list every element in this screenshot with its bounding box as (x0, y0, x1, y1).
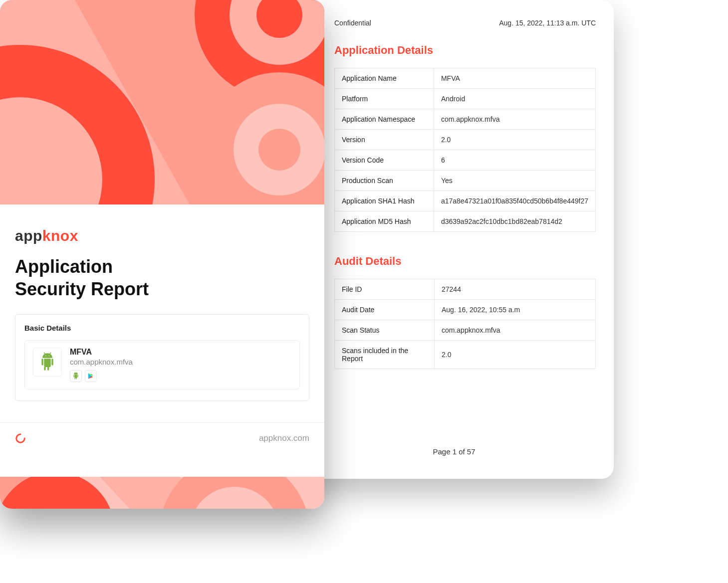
table-row: PlatformAndroid (335, 89, 596, 109)
confidential-label: Confidential (334, 19, 371, 27)
play-store-icon (87, 373, 94, 380)
app-platform-icon-box (33, 348, 62, 377)
app-name: MFVA (70, 348, 133, 357)
table-row: Scans included in the Report2.0 (335, 341, 596, 369)
android-icon (37, 352, 57, 372)
table-row: Application NameMFVA (335, 68, 596, 89)
table-row: File ID27244 (335, 279, 596, 300)
cover-hero-graphic (0, 0, 324, 204)
detail-value: 6 (434, 150, 595, 171)
page-header: Confidential Aug. 15, 2022, 11:13 a.m. U… (334, 19, 596, 27)
detail-label: Production Scan (335, 171, 434, 191)
application-details-heading: Application Details (334, 44, 596, 57)
detail-label: Version (335, 130, 434, 150)
play-store-badge (85, 370, 97, 382)
cover-footer: appknox.com (0, 422, 324, 444)
report-details-page: Confidential Aug. 15, 2022, 11:13 a.m. U… (294, 0, 614, 479)
detail-value: a17a8e47321a01f0a835f40cd50b6b4f8e449f27 (434, 191, 595, 211)
table-row: Version Code6 (335, 150, 596, 171)
detail-label: Audit Date (335, 300, 435, 320)
report-title-line2: Security Report (15, 279, 149, 299)
detail-label: Application SHA1 Hash (335, 191, 434, 211)
detail-value: MFVA (434, 68, 595, 89)
page-indicator: Page 1 of 57 (294, 447, 614, 456)
table-row: Version2.0 (335, 130, 596, 150)
app-namespace: com.appknox.mfva (70, 358, 133, 366)
table-row: Production ScanYes (335, 171, 596, 191)
detail-label: Scans included in the Report (335, 341, 435, 369)
report-timestamp: Aug. 15, 2022, 11:13 a.m. UTC (499, 19, 596, 27)
table-row: Scan Statuscom.appknox.mfva (335, 320, 596, 341)
report-title-line1: Application (15, 256, 113, 277)
app-info: MFVA com.appknox.mfva (70, 348, 133, 382)
app-summary-card: MFVA com.appknox.mfva (24, 340, 300, 389)
detail-value: 2.0 (434, 130, 595, 150)
footer-domain: appknox.com (259, 433, 309, 443)
store-badges (70, 370, 133, 382)
cover-footer-graphic (0, 477, 324, 509)
detail-value: d3639a92ac2fc10dbc1bd82eab7814d2 (434, 211, 595, 232)
detail-label: Platform (335, 89, 434, 109)
table-row: Application Namespacecom.appknox.mfva (335, 109, 596, 130)
android-icon (72, 372, 80, 380)
detail-value: 2.0 (435, 341, 596, 369)
table-row: Application SHA1 Hasha17a8e47321a01f0a83… (335, 191, 596, 211)
detail-label: Version Code (335, 150, 434, 171)
basic-details-title: Basic Details (24, 324, 300, 332)
detail-value: 27244 (435, 279, 596, 300)
table-row: Application MD5 Hashd3639a92ac2fc10dbc1b… (335, 211, 596, 232)
logo-text-plain: app (15, 227, 42, 244)
svg-point-10 (258, 129, 300, 171)
report-title: Application Security Report (15, 255, 309, 300)
sigma-icon (15, 433, 26, 444)
detail-value: Aug. 16, 2022, 10:55 a.m (435, 300, 596, 320)
detail-value: com.appknox.mfva (434, 109, 595, 130)
application-details-table: Application NameMFVAPlatformAndroidAppli… (334, 68, 596, 232)
detail-value: Yes (434, 171, 595, 191)
appknox-logo: appknox (15, 227, 309, 244)
logo-text-accent: knox (42, 227, 78, 244)
detail-label: Application Name (335, 68, 434, 89)
detail-label: File ID (335, 279, 435, 300)
detail-value: Android (434, 89, 595, 109)
detail-value: com.appknox.mfva (435, 320, 596, 341)
detail-label: Scan Status (335, 320, 435, 341)
report-cover-page: appknox Application Security Report Basi… (0, 0, 324, 509)
audit-details-heading: Audit Details (334, 255, 596, 268)
android-badge (70, 370, 82, 382)
table-row: Audit DateAug. 16, 2022, 10:55 a.m (335, 300, 596, 320)
detail-label: Application MD5 Hash (335, 211, 434, 232)
detail-label: Application Namespace (335, 109, 434, 130)
basic-details-card: Basic Details MFVA com.appknox.mfva (15, 314, 309, 401)
audit-details-table: File ID27244Audit DateAug. 16, 2022, 10:… (334, 279, 596, 369)
